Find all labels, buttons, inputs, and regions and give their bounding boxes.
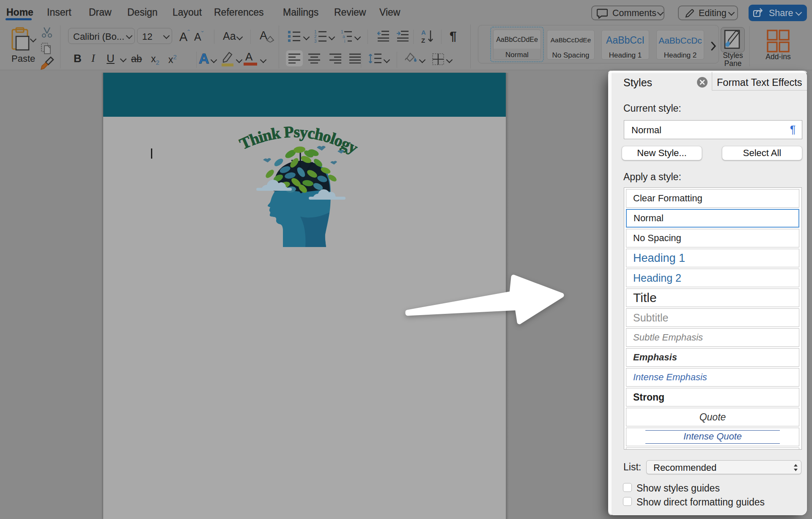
- svg-text:2: 2: [314, 34, 317, 39]
- svg-text:i: i: [344, 39, 345, 43]
- svg-text:1: 1: [341, 30, 343, 34]
- svg-text:Z: Z: [421, 37, 425, 44]
- svg-text:a: a: [343, 34, 345, 39]
- svg-text:3: 3: [314, 39, 317, 43]
- svg-text:1: 1: [314, 30, 317, 34]
- svg-text:A: A: [421, 29, 426, 36]
